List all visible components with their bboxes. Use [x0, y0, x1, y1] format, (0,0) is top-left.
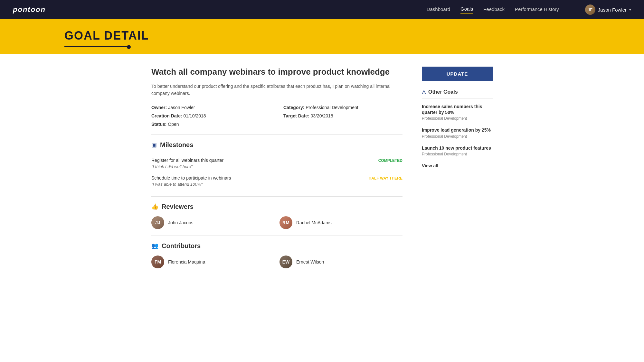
contributor-2-name: Ernest Wilson [296, 259, 324, 265]
divider-3 [151, 236, 402, 236]
divider-2 [151, 196, 402, 197]
creation-date-value-text: 01/10/2018 [184, 113, 206, 118]
nav-performance-history[interactable]: Performance History [515, 6, 559, 13]
other-goals-header: △ Other Goals [422, 89, 493, 98]
user-name: Jason Fowler [598, 7, 627, 13]
milestone-2-note: "I was able to attend 100%" [151, 182, 231, 187]
milestone-2-status: HALF WAY THERE [369, 176, 402, 181]
other-goal-2[interactable]: Improve lead generation by 25% Professio… [422, 127, 493, 138]
milestones-icon: ▣ [151, 141, 157, 148]
reviewer-2-avatar: RM [279, 216, 292, 229]
other-goal-2-name: Improve lead generation by 25% [422, 127, 493, 133]
milestone-row-2: Schedule time to participate in webinars… [151, 172, 402, 190]
creation-date-label: Creation Date: [151, 113, 182, 118]
other-goal-1[interactable]: Increase sales numbers this quarter by 5… [422, 104, 493, 121]
contributor-1-avatar: FM [151, 255, 164, 268]
milestone-row-1: Register for all webinars this quarter "… [151, 154, 402, 172]
milestone-1-name: Register for all webinars this quarter [151, 158, 223, 163]
milestone-1-note: "I think I did well here" [151, 164, 223, 169]
milestones-header: ▣ Milestones [151, 141, 402, 149]
owner-label: Owner: [151, 105, 167, 110]
goal-title: Watch all company webinars to improve pr… [151, 67, 402, 78]
other-goal-3[interactable]: Launch 10 new product features Professio… [422, 145, 493, 156]
contributor-2: EW Ernest Wilson [279, 255, 402, 268]
goal-target-date: Target Date: 03/20/2018 [283, 113, 402, 118]
progress-track [64, 46, 129, 47]
reviewer-2-name: Rachel McAdams [296, 220, 332, 225]
progress-dot [127, 45, 131, 49]
sidebar: UPDATE △ Other Goals Increase sales numb… [422, 67, 493, 268]
reviewers-grid: JJ John Jacobs RM Rachel McAdams [151, 216, 402, 229]
reviewer-1-name: John Jacobs [168, 220, 194, 225]
milestone-2-name: Schedule time to participate in webinars [151, 175, 231, 181]
other-goal-1-name: Increase sales numbers this quarter by 5… [422, 104, 493, 115]
update-button[interactable]: UPDATE [422, 67, 493, 81]
goal-creation-date: Creation Date: 01/10/2018 [151, 113, 270, 118]
reviewer-1-avatar: JJ [151, 216, 164, 229]
reviewers-title: Reviewers [162, 203, 194, 210]
contributor-2-avatar: EW [279, 255, 292, 268]
nav-divider [572, 5, 572, 14]
reviewer-2: RM Rachel McAdams [279, 216, 402, 229]
nav-goals[interactable]: Goals [460, 6, 473, 14]
owner-value-text: Jason Fowler [168, 105, 195, 110]
reviewer-1: JJ John Jacobs [151, 216, 274, 229]
divider-1 [151, 135, 402, 135]
view-all-link[interactable]: View all [422, 163, 438, 168]
goal-meta: Owner: Jason Fowler Category: Profession… [151, 105, 402, 127]
other-goal-1-category: Professional Development [422, 116, 493, 121]
nav-feedback[interactable]: Feedback [483, 6, 505, 13]
other-goals-icon: △ [422, 89, 426, 95]
target-date-label: Target Date: [283, 113, 309, 118]
goal-category: Category: Professional Development [283, 105, 402, 110]
other-goal-2-category: Professional Development [422, 134, 493, 139]
contributor-1: FM Florencia Maquina [151, 255, 274, 268]
page-title: GOAL DETAIL [64, 29, 631, 42]
reviewers-icon: 👍 [151, 203, 158, 210]
target-date-value-text: 03/20/2018 [311, 113, 333, 118]
contributors-grid: FM Florencia Maquina EW Ernest Wilson [151, 255, 402, 268]
contributors-icon: 👥 [151, 242, 158, 249]
main-content: Watch all company webinars to improve pr… [145, 54, 499, 281]
category-value-text: Professional Development [306, 105, 358, 110]
goal-detail-left: Watch all company webinars to improve pr… [151, 67, 402, 268]
navigation: pontoon Dashboard Goals Feedback Perform… [0, 0, 644, 19]
contributors-title: Contributors [162, 242, 201, 250]
nav-links: Dashboard Goals Feedback Performance His… [427, 5, 631, 15]
other-goals-title: Other Goals [428, 89, 458, 95]
goal-owner: Owner: Jason Fowler [151, 105, 270, 110]
goal-status: Status: Open [151, 122, 270, 127]
status-value-text: Open [168, 122, 179, 127]
progress-line [64, 46, 631, 47]
contributor-1-name: Florencia Maquina [168, 259, 205, 265]
hero-banner: GOAL DETAIL [0, 19, 644, 54]
other-goal-3-name: Launch 10 new product features [422, 145, 493, 151]
category-label: Category: [283, 105, 304, 110]
other-goal-3-category: Professional Development [422, 152, 493, 156]
milestones-title: Milestones [160, 141, 193, 149]
milestone-1-status: COMPLETED [378, 158, 402, 163]
contributors-header: 👥 Contributors [151, 242, 402, 250]
user-menu[interactable]: JF Jason Fowler ▾ [585, 5, 631, 15]
status-label: Status: [151, 122, 166, 127]
logo: pontoon [13, 5, 46, 14]
goal-description: To better understand our product offerin… [151, 83, 402, 97]
user-avatar: JF [585, 5, 595, 15]
user-chevron-icon: ▾ [629, 8, 631, 12]
reviewers-header: 👍 Reviewers [151, 203, 402, 210]
nav-dashboard[interactable]: Dashboard [427, 6, 450, 13]
